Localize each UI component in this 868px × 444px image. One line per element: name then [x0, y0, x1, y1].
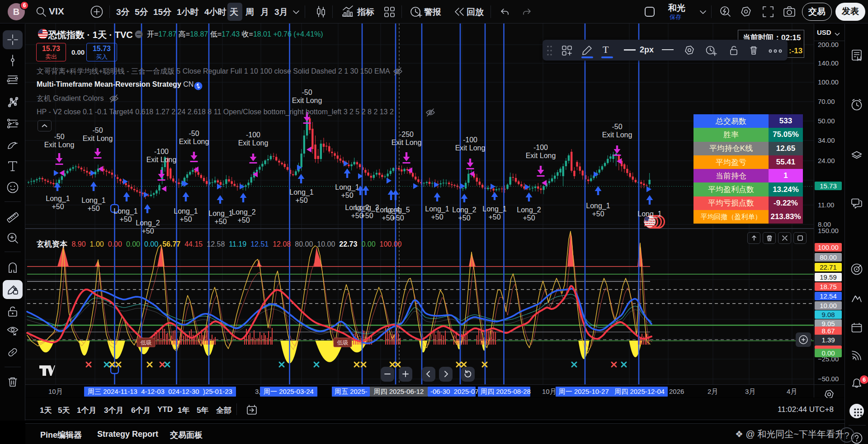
- svg-text:+50: +50: [361, 212, 373, 220]
- svg-text:Exit Long: Exit Long: [179, 138, 209, 145]
- svg-text:Long_1: Long_1: [289, 188, 313, 196]
- svg-text:-50: -50: [302, 89, 312, 96]
- svg-text:Long_1: Long_1: [208, 210, 232, 218]
- svg-text:Exit Long: Exit Long: [238, 139, 269, 147]
- svg-text:+50: +50: [87, 205, 99, 212]
- svg-text:Long_1: Long_1: [81, 196, 105, 205]
- svg-text:Exit Long: Exit Long: [455, 144, 486, 152]
- svg-text:Long_5: Long_5: [386, 206, 410, 214]
- svg-text:-50: -50: [92, 126, 103, 134]
- svg-text:低吸: 低吸: [337, 340, 349, 346]
- svg-text:Exit Long: Exit Long: [602, 131, 632, 139]
- svg-text:+50: +50: [214, 218, 226, 225]
- svg-text:Exit Long: Exit Long: [146, 156, 177, 164]
- svg-text:低吸: 低吸: [141, 340, 152, 346]
- svg-text:Long_1: Long_1: [174, 207, 198, 215]
- svg-text:+50: +50: [392, 214, 404, 222]
- svg-text:Long_2: Long_2: [136, 219, 160, 227]
- svg-text:+50: +50: [592, 210, 604, 218]
- svg-text:-100: -100: [246, 131, 260, 139]
- svg-text:Long_1: Long_1: [425, 205, 449, 213]
- svg-text:Long_1: Long_1: [335, 183, 359, 192]
- svg-text:-50: -50: [189, 130, 199, 137]
- svg-text:-50: -50: [612, 123, 622, 131]
- svg-text:Long_2: Long_2: [517, 206, 541, 214]
- svg-text:Long_2: Long_2: [231, 208, 255, 216]
- svg-text:+50: +50: [431, 213, 443, 221]
- svg-text:Exit Long: Exit Long: [526, 152, 556, 159]
- svg-text:+50: +50: [523, 214, 535, 222]
- svg-text:Long_1: Long_1: [482, 205, 506, 213]
- svg-text:-100: -100: [154, 148, 169, 155]
- svg-text:Long_1: Long_1: [637, 210, 661, 218]
- svg-text:Exit Long: Exit Long: [83, 135, 113, 142]
- svg-text:Exit Long: Exit Long: [44, 141, 75, 149]
- svg-text:Long_1: Long_1: [113, 207, 137, 215]
- svg-text:+50: +50: [341, 192, 353, 199]
- svg-text:+50: +50: [295, 196, 307, 204]
- svg-text:+50: +50: [643, 218, 656, 226]
- svg-text:Exit Long: Exit Long: [392, 139, 422, 146]
- svg-text:+50: +50: [179, 215, 192, 223]
- svg-text:-250: -250: [399, 131, 414, 138]
- svg-text:+50: +50: [52, 203, 64, 210]
- svg-text:Exit Long: Exit Long: [292, 97, 322, 104]
- svg-text:Long_1: Long_1: [46, 195, 70, 203]
- svg-text:-100: -100: [463, 136, 477, 144]
- svg-text:+50: +50: [119, 215, 132, 223]
- svg-text:+50: +50: [488, 213, 500, 221]
- svg-text:-100: -100: [533, 144, 548, 151]
- svg-text:+50: +50: [142, 227, 154, 235]
- svg-text:-50: -50: [54, 133, 64, 140]
- svg-text:Long_2: Long_2: [452, 206, 476, 214]
- svg-text:Long_1: Long_1: [586, 202, 610, 210]
- svg-text:+50: +50: [458, 214, 470, 222]
- svg-text:+50: +50: [237, 216, 250, 224]
